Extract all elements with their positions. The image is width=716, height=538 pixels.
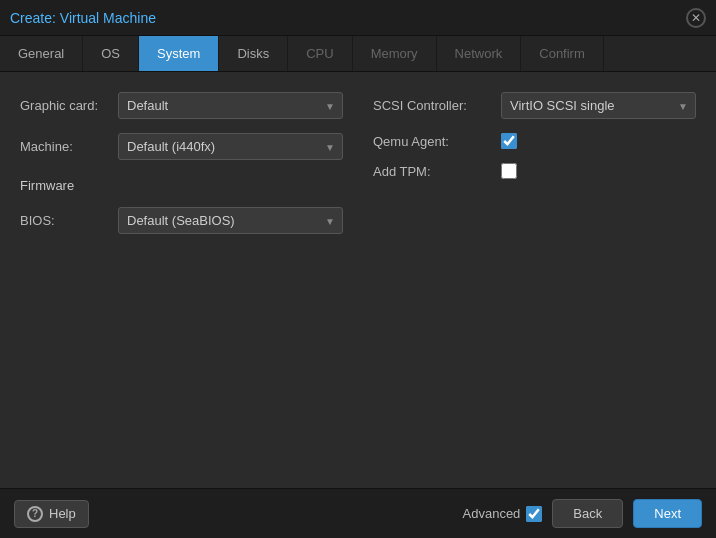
close-button[interactable]: ✕ [686, 8, 706, 28]
qemu-agent-row: Qemu Agent: [373, 133, 696, 149]
help-label: Help [49, 506, 76, 521]
graphic-card-row: Graphic card: Default virtio-gpu VGA cir… [20, 92, 343, 119]
advanced-checkbox[interactable] [526, 506, 542, 522]
bios-select-wrapper: Default (SeaBIOS) OVMF (UEFI) ▼ [118, 207, 343, 234]
scsi-controller-select[interactable]: VirtIO SCSI single VirtIO SCSI LSI 53C89… [501, 92, 696, 119]
tab-network: Network [437, 36, 522, 71]
main-content: Graphic card: Default virtio-gpu VGA cir… [0, 72, 716, 488]
footer: ? Help Advanced Back Next [0, 488, 716, 538]
tab-system[interactable]: System [139, 36, 219, 71]
qemu-agent-checkbox[interactable] [501, 133, 517, 149]
help-icon: ? [27, 506, 43, 522]
firmware-label: Firmware [20, 174, 74, 193]
title-bar: Create: Virtual Machine ✕ [0, 0, 716, 36]
tab-cpu: CPU [288, 36, 352, 71]
tab-disks[interactable]: Disks [219, 36, 288, 71]
bios-row: BIOS: Default (SeaBIOS) OVMF (UEFI) ▼ [20, 207, 343, 234]
advanced-text: Advanced [463, 506, 521, 521]
graphic-card-select-wrapper: Default virtio-gpu VGA cirrus ▼ [118, 92, 343, 119]
add-tpm-checkbox-wrapper [501, 163, 517, 179]
add-tpm-row: Add TPM: [373, 163, 696, 179]
machine-select-wrapper: Default (i440fx) q35 ▼ [118, 133, 343, 160]
back-button[interactable]: Back [552, 499, 623, 528]
tab-general[interactable]: General [0, 36, 83, 71]
scsi-controller-row: SCSI Controller: VirtIO SCSI single Virt… [373, 92, 696, 119]
machine-row: Machine: Default (i440fx) q35 ▼ [20, 133, 343, 160]
machine-label: Machine: [20, 139, 110, 154]
firmware-row: Firmware [20, 174, 343, 193]
footer-right: Advanced Back Next [463, 499, 702, 528]
form-grid: Graphic card: Default virtio-gpu VGA cir… [20, 92, 696, 234]
tab-memory: Memory [353, 36, 437, 71]
window-title: Create: Virtual Machine [10, 10, 156, 26]
bios-label: BIOS: [20, 213, 110, 228]
advanced-label: Advanced [463, 506, 543, 522]
tab-os[interactable]: OS [83, 36, 139, 71]
scsi-controller-label: SCSI Controller: [373, 98, 493, 113]
graphic-card-label: Graphic card: [20, 98, 110, 113]
bios-select[interactable]: Default (SeaBIOS) OVMF (UEFI) [118, 207, 343, 234]
help-button[interactable]: ? Help [14, 500, 89, 528]
machine-select[interactable]: Default (i440fx) q35 [118, 133, 343, 160]
right-section: SCSI Controller: VirtIO SCSI single Virt… [373, 92, 696, 234]
footer-left: ? Help [14, 500, 89, 528]
qemu-agent-checkbox-wrapper [501, 133, 517, 149]
left-section: Graphic card: Default virtio-gpu VGA cir… [20, 92, 343, 234]
next-button[interactable]: Next [633, 499, 702, 528]
qemu-agent-label: Qemu Agent: [373, 134, 493, 149]
tab-confirm: Confirm [521, 36, 604, 71]
add-tpm-checkbox[interactable] [501, 163, 517, 179]
add-tpm-label: Add TPM: [373, 164, 493, 179]
scsi-controller-select-wrapper: VirtIO SCSI single VirtIO SCSI LSI 53C89… [501, 92, 696, 119]
graphic-card-select[interactable]: Default virtio-gpu VGA cirrus [118, 92, 343, 119]
tab-bar: General OS System Disks CPU Memory Netwo… [0, 36, 716, 72]
